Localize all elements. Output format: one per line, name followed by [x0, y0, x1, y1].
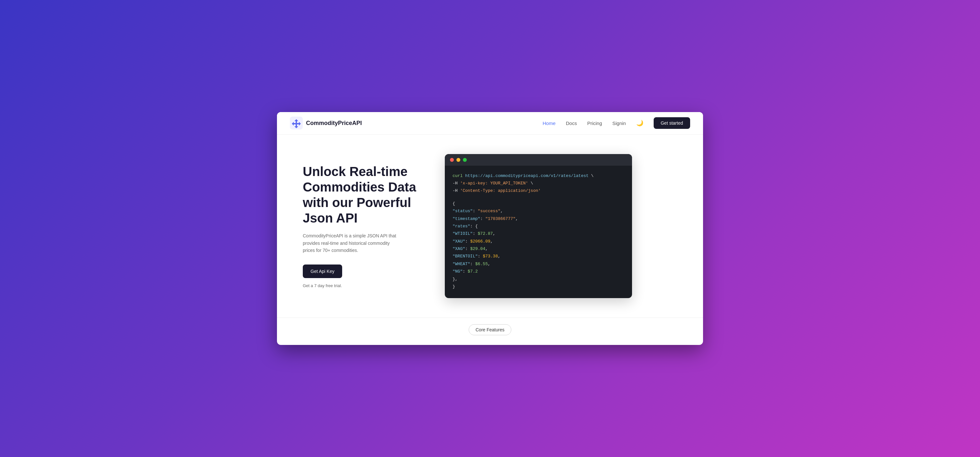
json-wtioil: "WTIOIL": $72.87, [453, 230, 624, 237]
json-rates-open: "rates": { [453, 223, 624, 230]
json-xag: "XAG": $29.04, [453, 245, 624, 253]
json-wheat: "WHEAT": $6.55, [453, 260, 624, 268]
hero-content: Unlock Real-time Commodities Data with o… [303, 164, 425, 288]
theme-toggle-icon[interactable]: 🌙 [636, 119, 643, 127]
navbar: CommodityPriceAPI Home Docs Pricing Sign… [277, 112, 703, 135]
json-brentoil: "BRENTOIL": $73.38, [453, 253, 624, 260]
get-started-button[interactable]: Get started [654, 117, 690, 129]
nav-links: Home Docs Pricing Signin 🌙 Get started [542, 117, 690, 129]
json-open-outer: { [453, 200, 624, 207]
logo-text: CommodityPriceAPI [306, 120, 362, 127]
hero-title: Unlock Real-time Commodities Data with o… [303, 164, 425, 226]
json-response-block: { "status": "success", "timestamp": "170… [453, 200, 624, 291]
browser-window: CommodityPriceAPI Home Docs Pricing Sign… [277, 112, 703, 345]
hero-description: CommodityPriceAPI is a simple JSON API t… [303, 232, 399, 254]
code-body: curl https://api.commoditypriceapi.com/v… [445, 166, 632, 298]
nav-docs[interactable]: Docs [566, 121, 577, 126]
code-window-header [445, 154, 632, 166]
json-ng: "NG": $7.2 [453, 268, 624, 275]
hero-section: Unlock Real-time Commodities Data with o… [277, 135, 703, 318]
curl-line-2: -H 'x-api-key: YOUR_API_TOKEN' \ [453, 180, 624, 187]
curl-line-3: -H 'Content-Type: application/json' [453, 187, 624, 194]
logo-icon [290, 116, 303, 129]
json-timestamp: "timestamp": "1703866777", [453, 215, 624, 223]
nav-pricing[interactable]: Pricing [587, 121, 602, 126]
json-close-outer: } [453, 283, 624, 290]
logo-section: CommodityPriceAPI [290, 116, 362, 129]
window-dot-green [463, 158, 467, 162]
json-status: "status": "success", [453, 207, 624, 215]
json-rates-close: }, [453, 275, 624, 283]
code-window: curl https://api.commoditypriceapi.com/v… [445, 154, 632, 298]
window-dot-red [450, 158, 454, 162]
json-xau: "XAU": $2066.09, [453, 238, 624, 245]
get-api-key-button[interactable]: Get Api Key [303, 264, 342, 278]
curl-line-1: curl https://api.commoditypriceapi.com/v… [453, 172, 624, 180]
core-features-button[interactable]: Core Features [469, 324, 511, 335]
nav-signin[interactable]: Signin [612, 121, 626, 126]
core-features-section: Core Features [277, 317, 703, 345]
free-trial-text: Get a 7 day free trial. [303, 283, 342, 288]
window-dot-yellow [457, 158, 460, 162]
nav-home[interactable]: Home [542, 121, 555, 126]
